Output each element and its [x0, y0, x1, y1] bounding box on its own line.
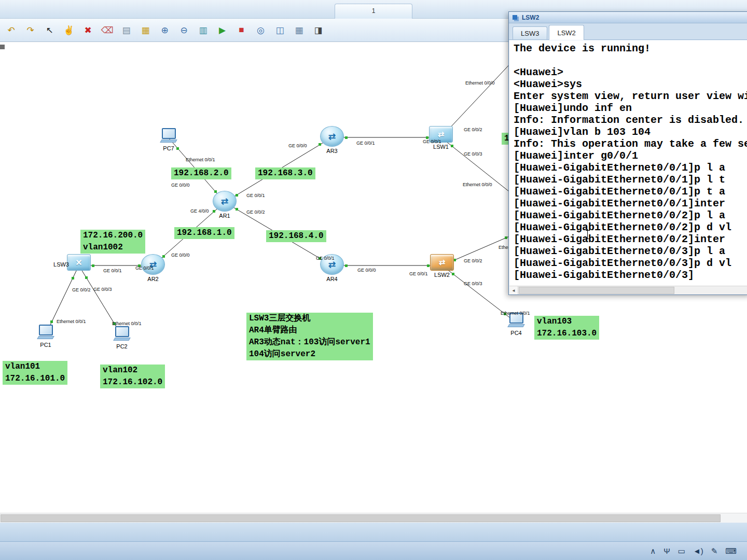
- canvas-hscrollbar[interactable]: [0, 513, 747, 523]
- console-output[interactable]: The device is running! <Huawei><Huawei>s…: [509, 40, 747, 286]
- console-line: [Huawei-GigabitEthernet0/0/3]p d vl: [514, 257, 747, 269]
- text-cursor: [586, 230, 590, 239]
- topology-view-icon[interactable]: ◫: [273, 23, 287, 37]
- port-label: GE 0/0/3: [464, 151, 482, 157]
- grid-icon[interactable]: ▦: [292, 23, 306, 37]
- console-line: [Huawei-GigabitEthernet0/0/2]p l a: [514, 209, 747, 221]
- console-line: <Huawei>sys: [514, 78, 747, 90]
- palette-icon[interactable]: ▦: [139, 23, 153, 37]
- console-line: Info: Information center is disabled.: [514, 114, 747, 126]
- console-line: Info: This operation may take a few seco…: [514, 138, 747, 150]
- pc-icon: [158, 127, 179, 144]
- stop-device-icon[interactable]: ■: [234, 23, 248, 37]
- port-label: Ethernet 0/0/1: [186, 157, 215, 162]
- switch-icon: ⇄: [430, 254, 454, 271]
- port-label: GE 0/0/1: [409, 271, 428, 276]
- undo-icon[interactable]: ↶: [4, 23, 18, 37]
- port-label: GE 0/0/2: [246, 209, 265, 215]
- pan-hand-icon[interactable]: ✌: [62, 23, 76, 37]
- redo-icon[interactable]: ↷: [23, 23, 37, 37]
- device-label: AR2: [130, 276, 176, 282]
- port-label: Ethernet 0/0/1: [112, 321, 142, 326]
- console-line: [Huawei-GigabitEthernet0/0/1]p l a: [514, 162, 747, 174]
- port-label: GE 0/0/0: [171, 253, 190, 258]
- device-PC1[interactable]: PC1: [22, 323, 69, 348]
- console-line: Enter system view, return user view with…: [514, 90, 747, 102]
- port-label: GE 0/0/1: [135, 265, 154, 271]
- status-bar: [0, 523, 747, 541]
- console-line: [Huawei]inter g0/0/1: [514, 150, 747, 162]
- console-line: <Huawei>: [514, 66, 747, 78]
- start-device-icon[interactable]: ▶: [215, 23, 229, 37]
- select-pointer-icon[interactable]: ↖: [43, 23, 57, 37]
- console-hscroll-thumb[interactable]: [519, 287, 674, 294]
- console-tab-LSW2[interactable]: LSW2: [549, 25, 584, 40]
- device-label: PC7: [145, 145, 192, 151]
- port-label: GE 0/0/3: [93, 287, 112, 292]
- pc-icon: [112, 325, 132, 342]
- port-label: GE 0/0/2: [464, 127, 482, 132]
- device-label: AR4: [309, 276, 355, 282]
- console-hscrollbar[interactable]: ◄: [509, 286, 747, 295]
- net-vlan102: vlan102 172.16.102.0: [100, 365, 165, 388]
- router-icon: ⇄: [141, 254, 165, 275]
- link-endpoint-dot: [505, 236, 507, 239]
- zoom-out-icon[interactable]: ⊖: [177, 23, 191, 37]
- net-vlan103: vlan103 172.16.103.0: [534, 316, 599, 340]
- export-icon[interactable]: ◨: [311, 23, 325, 37]
- net-192-168-3-0: 192.168.3.0: [255, 167, 315, 179]
- port-label: GE 0/0/1: [356, 141, 375, 146]
- port-label: GE 0/0/2: [72, 287, 91, 292]
- eraser-icon[interactable]: ⌫: [100, 23, 114, 37]
- console-tabbar: LSW3LSW2: [509, 23, 747, 40]
- tray-pen-icon[interactable]: ✎: [711, 547, 718, 556]
- annotation-note: LSW3三层交换机 AR4单臂路由 AR3动态nat：103访问server1 …: [246, 313, 373, 360]
- console-line: The device is running!: [514, 43, 747, 54]
- console-line: [Huawei-GigabitEthernet0/0/3]: [514, 269, 747, 281]
- net-192-168-2-0: 192.168.2.0: [171, 167, 231, 179]
- packet-capture-icon[interactable]: ◎: [254, 23, 268, 37]
- tray-display-icon[interactable]: ▭: [678, 547, 685, 556]
- console-line: [Huawei-GigabitEthernet0/0/2]p d vl: [514, 221, 747, 233]
- device-label: PC4: [493, 330, 540, 336]
- port-label: GE 0/0/3: [464, 281, 482, 286]
- canvas-hscroll-thumb[interactable]: [1, 514, 721, 522]
- console-titlebar[interactable]: LSW2: [509, 12, 747, 23]
- device-PC7[interactable]: PC7: [145, 127, 192, 151]
- link-endpoint-dot: [85, 276, 88, 279]
- port-label: Ethernet 0/0/1: [501, 311, 530, 316]
- text-note-icon[interactable]: ▤: [119, 23, 133, 37]
- tray-keyboard-icon[interactable]: ⌨: [725, 547, 737, 556]
- console-line: [Huawei-GigabitEthernet0/0/1]p l t: [514, 174, 747, 186]
- console-line: [Huawei-GigabitEthernet0/0/3]p l a: [514, 245, 747, 257]
- port-label: GE 0/0/2: [464, 258, 482, 263]
- snapshot-icon[interactable]: ▥: [196, 23, 210, 37]
- console-window: LSW2 LSW3LSW2 The device is running! <Hu…: [508, 11, 747, 295]
- scroll-left-arrow-icon[interactable]: ◄: [509, 286, 518, 295]
- workspace-tab[interactable]: 1: [335, 4, 412, 19]
- zoom-in-icon[interactable]: ⊕: [158, 23, 172, 37]
- device-label: LSW3: [38, 261, 69, 268]
- port-label: Ethernet 0/0/0: [465, 80, 495, 86]
- device-PC2[interactable]: PC2: [99, 325, 145, 349]
- console-tab-LSW3[interactable]: LSW3: [513, 26, 547, 39]
- tray-chevron-up-icon[interactable]: ∧: [650, 547, 656, 556]
- delete-icon[interactable]: ✖: [81, 23, 95, 37]
- console-line: [514, 54, 747, 66]
- tray-volume-icon[interactable]: ◄): [693, 547, 703, 555]
- device-LSW1[interactable]: ⇄LSW1: [418, 126, 464, 150]
- tray-microphone-icon[interactable]: Ψ: [663, 547, 670, 555]
- layer3-switch-icon: ✕: [67, 254, 91, 271]
- port-label: GE 0/0/0: [357, 268, 376, 273]
- net-192-168-4-0: 192.168.4.0: [266, 230, 326, 242]
- console-line: [Huawei]vlan b 103 104: [514, 126, 747, 138]
- device-AR3[interactable]: ⇄AR3: [309, 126, 355, 154]
- system-taskbar: ∧Ψ▭◄)✎⌨: [0, 541, 747, 560]
- device-LSW3[interactable]: ✕LSW3: [56, 254, 102, 271]
- net-172-16-200-0: 172.16.200.0 vlan1002: [80, 230, 145, 254]
- net-vlan101: vlan101 172.16.101.0: [3, 361, 67, 385]
- port-label: GE 4/0/0: [190, 208, 209, 214]
- pc-icon: [35, 323, 56, 341]
- system-tray: ∧Ψ▭◄)✎⌨: [650, 547, 737, 556]
- device-AR1[interactable]: ⇄AR1: [201, 191, 248, 219]
